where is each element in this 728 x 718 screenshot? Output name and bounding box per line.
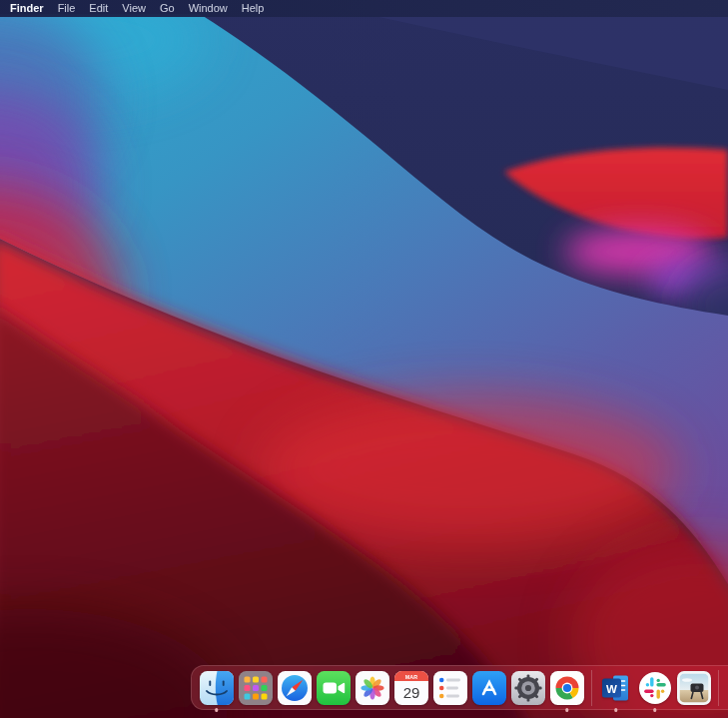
menu-item-go[interactable]: Go	[153, 0, 182, 17]
dock-divider	[718, 670, 719, 706]
dock-item-photos[interactable]	[356, 671, 389, 705]
dock-item-finder[interactable]	[200, 671, 234, 705]
calendar-icon: MAR 29	[394, 671, 428, 705]
dock-item-reminders[interactable]	[433, 671, 467, 705]
dock: MAR 29	[191, 665, 728, 710]
launchpad-icon	[239, 671, 273, 705]
calendar-month-label: MAR	[404, 673, 416, 679]
word-icon: W	[599, 671, 633, 705]
reminders-icon	[433, 671, 467, 705]
menu-item-edit[interactable]: Edit	[82, 0, 115, 17]
dock-item-chrome[interactable]	[550, 671, 584, 705]
running-indicator	[653, 708, 657, 712]
dock-item-slack[interactable]	[638, 671, 672, 705]
dock-item-calendar[interactable]: MAR 29	[394, 671, 428, 705]
word-letter: W	[606, 682, 617, 694]
dock-item-system-preferences[interactable]	[511, 671, 545, 705]
finder-icon	[200, 671, 234, 705]
running-indicator	[614, 708, 618, 712]
dock-divider	[591, 670, 592, 706]
dock-item-launchpad[interactable]	[239, 671, 273, 705]
desktop-wallpaper[interactable]	[0, 0, 728, 718]
facetime-icon	[317, 671, 351, 705]
slack-icon	[638, 671, 672, 705]
menu-item-view[interactable]: View	[115, 0, 153, 17]
dock-item-photo-preview[interactable]	[677, 671, 711, 705]
running-indicator	[565, 708, 569, 712]
safari-icon	[278, 671, 312, 705]
wallpaper-red-highlight	[260, 394, 679, 544]
dock-item-app-store[interactable]	[472, 671, 506, 705]
photo-preview-icon	[677, 671, 711, 705]
menu-item-help[interactable]: Help	[235, 0, 272, 17]
system-preferences-icon	[511, 671, 545, 705]
photos-icon	[356, 671, 389, 705]
menu-item-file[interactable]: File	[51, 0, 83, 17]
dock-item-facetime[interactable]	[317, 671, 351, 705]
menu-item-finder[interactable]: Finder	[3, 0, 51, 17]
app-store-icon	[472, 671, 506, 705]
running-indicator	[215, 708, 219, 712]
menu-item-window[interactable]: Window	[182, 0, 235, 17]
dock-item-safari[interactable]	[278, 671, 312, 705]
dock-item-word[interactable]: W	[599, 671, 633, 705]
chrome-icon	[550, 671, 584, 705]
calendar-day-label: 29	[402, 683, 419, 700]
menu-bar: FinderFileEditViewGoWindowHelp	[0, 0, 728, 17]
